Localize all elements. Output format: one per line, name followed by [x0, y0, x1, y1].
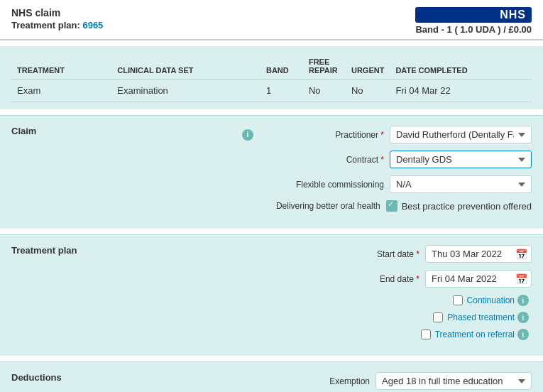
app-title: NHS claim — [11, 7, 103, 18]
end-date-input-wrap: 📅 — [425, 270, 532, 288]
col-urgent: URGENT — [346, 53, 390, 80]
tp-section-title: Treatment plan — [11, 245, 82, 256]
deductions-fields: Exemption Aged 18 in full time education… — [82, 372, 532, 392]
continuation-label: Continuation — [467, 295, 515, 305]
claim-section-title: Claim — [11, 126, 82, 136]
practitioner-info-icon[interactable]: i — [242, 129, 253, 141]
treatment-table-section: TREATMENT CLINICAL DATA SET BAND FREEREP… — [0, 46, 543, 109]
start-date-row: Start date * 📅 — [82, 245, 532, 263]
start-date-label: Start date * — [292, 249, 419, 259]
deductions-section-title-wrap: Deductions — [11, 372, 82, 392]
col-treatment: TREATMENT — [11, 53, 111, 80]
end-date-row: End date * 📅 — [82, 270, 532, 288]
claim-fields: i Practitioner * David Rutherford (Denta… — [82, 126, 532, 219]
practitioner-row: i Practitioner * David Rutherford (Denta… — [82, 126, 532, 143]
flexible-commissioning-row: Flexible commissioning N/A — [82, 175, 532, 193]
delivering-checkbox-label: Best practice prevention offered — [402, 201, 532, 212]
treatment-on-referral-label: Treatment on referral — [435, 330, 515, 339]
delivering-label: Delivering better oral health — [253, 201, 380, 211]
end-date-calendar-icon[interactable]: 📅 — [515, 273, 527, 285]
col-clinical-data-set: CLINICAL DATA SET — [111, 53, 260, 80]
end-date-label: End date * — [292, 274, 419, 284]
delivering-checked-icon — [386, 200, 397, 212]
treatment-on-referral-info-icon[interactable]: i — [517, 329, 529, 340]
tp-fields: Start date * 📅 End date * 📅 — [82, 245, 532, 346]
cell-free_repair: No — [303, 80, 346, 102]
nhs-logo: NHS — [415, 7, 532, 23]
cell-date_completed: Fri 04 Mar 22 — [390, 80, 532, 102]
cell-urgent: No — [346, 80, 390, 102]
treatment-plan-label: Treatment plan: — [11, 20, 80, 31]
flexible-commissioning-select[interactable]: N/A — [390, 175, 532, 193]
delivering-checkbox-wrap: Best practice prevention offered — [386, 200, 532, 212]
exemption-row: Exemption Aged 18 in full time education… — [82, 372, 532, 390]
col-band: BAND — [260, 53, 303, 80]
continuation-row: Continuation i — [82, 295, 532, 306]
treatment-table: TREATMENT CLINICAL DATA SET BAND FREEREP… — [11, 53, 532, 102]
continuation-info-icon[interactable]: i — [517, 295, 529, 306]
deductions-section-title: Deductions — [11, 372, 82, 383]
contract-select[interactable]: Dentally GDS — [390, 151, 532, 168]
claim-section: Claim i Practitioner * David Rutherford … — [0, 115, 543, 229]
practitioner-label: Practitioner * — [256, 130, 384, 140]
treatment-on-referral-checkbox[interactable] — [421, 330, 431, 339]
col-free-repair: FREEREPAIR — [303, 53, 346, 80]
treatment-on-referral-row: Treatment on referral i — [82, 329, 532, 340]
exemption-label: Exemption — [242, 376, 370, 386]
delivering-row: Delivering better oral health Best pract… — [82, 200, 532, 212]
phased-treatment-row: Phased treatment i — [82, 312, 532, 323]
band-info: Band - 1 ( 1.0 UDA ) / £0.00 — [415, 24, 532, 35]
col-date-completed: DATE COMPLETED — [390, 53, 532, 80]
cell-clinical_data_set: Examination — [111, 80, 260, 102]
deductions-section: Deductions Exemption Aged 18 in full tim… — [0, 361, 543, 392]
contract-label: Contract * — [256, 155, 384, 165]
phased-treatment-label: Phased treatment — [447, 312, 515, 322]
treatment-plan-link[interactable]: 6965 — [82, 20, 103, 31]
continuation-checkbox[interactable] — [453, 295, 463, 305]
phased-treatment-info-icon[interactable]: i — [517, 312, 529, 323]
treatment-plan-section: Treatment plan Start date * 📅 End date * — [0, 234, 543, 356]
start-date-calendar-icon[interactable]: 📅 — [515, 249, 527, 260]
phased-treatment-checkbox[interactable] — [433, 312, 443, 322]
cell-band: 1 — [260, 80, 303, 102]
tp-section-title-wrap: Treatment plan — [11, 245, 82, 346]
cell-treatment: Exam — [11, 80, 111, 102]
exemption-select[interactable]: Aged 18 in full time educationNoneHC2 Ce… — [375, 372, 532, 390]
claim-section-title-wrap: Claim — [11, 126, 82, 219]
treatment-plan-line: Treatment plan: 6965 — [11, 20, 103, 31]
start-date-input-wrap: 📅 — [425, 245, 532, 263]
page-header: NHS claim Treatment plan: 6965 NHS Band … — [0, 0, 543, 40]
practitioner-select[interactable]: David Rutherford (Dentally Farringdon) — [390, 126, 532, 143]
table-row: ExamExamination1NoNoFri 04 Mar 22 — [11, 80, 532, 102]
flexible-commissioning-label: Flexible commissioning — [256, 180, 384, 190]
contract-row: Contract * Dentally GDS — [82, 151, 532, 168]
